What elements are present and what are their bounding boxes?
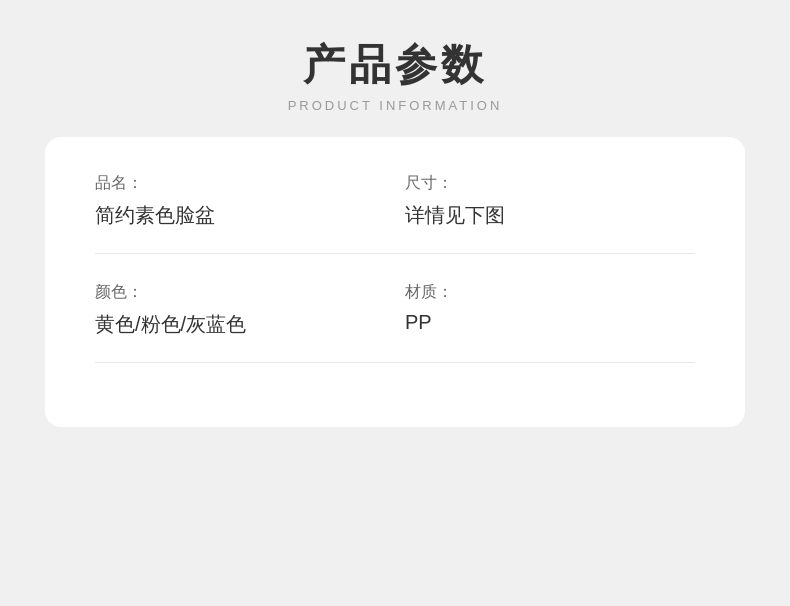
cell-material: 材质： PP bbox=[385, 282, 695, 354]
value-name: 简约素色脸盆 bbox=[95, 202, 375, 229]
value-material: PP bbox=[405, 311, 685, 334]
label-material: 材质： bbox=[405, 282, 685, 303]
divider-2 bbox=[95, 362, 695, 363]
label-size: 尺寸： bbox=[405, 173, 685, 194]
row-group-1: 品名： 简约素色脸盆 尺寸： 详情见下图 bbox=[95, 173, 695, 282]
divider-1 bbox=[95, 253, 695, 254]
cell-name: 品名： 简约素色脸盆 bbox=[95, 173, 385, 245]
value-color: 黄色/粉色/灰蓝色 bbox=[95, 311, 375, 338]
label-name: 品名： bbox=[95, 173, 375, 194]
row-2: 颜色： 黄色/粉色/灰蓝色 材质： PP bbox=[95, 282, 695, 354]
header-section: 产品参数 PRODUCT INFORMATION bbox=[288, 40, 503, 113]
row-group-2: 颜色： 黄色/粉色/灰蓝色 材质： PP bbox=[95, 282, 695, 391]
page-subtitle: PRODUCT INFORMATION bbox=[288, 98, 503, 113]
row-1: 品名： 简约素色脸盆 尺寸： 详情见下图 bbox=[95, 173, 695, 245]
product-info-card: 品名： 简约素色脸盆 尺寸： 详情见下图 颜色： 黄色/粉色/灰蓝色 材质： P… bbox=[45, 137, 745, 427]
cell-size: 尺寸： 详情见下图 bbox=[385, 173, 695, 245]
cell-color: 颜色： 黄色/粉色/灰蓝色 bbox=[95, 282, 385, 354]
label-color: 颜色： bbox=[95, 282, 375, 303]
value-size: 详情见下图 bbox=[405, 202, 685, 229]
page-title: 产品参数 bbox=[303, 40, 487, 90]
